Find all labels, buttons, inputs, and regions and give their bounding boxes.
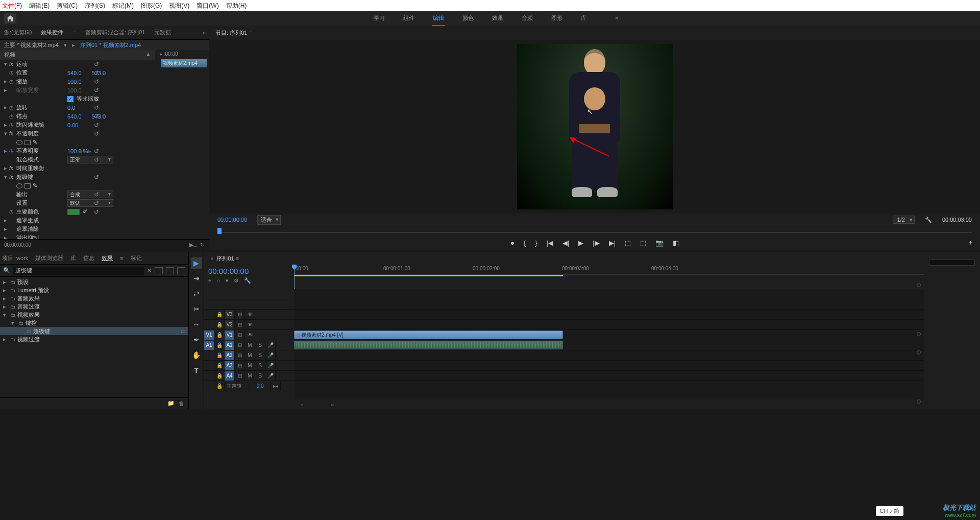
- fx-time-remap[interactable]: 时间重映射: [16, 164, 67, 172]
- slip-tool-icon[interactable]: ↔: [191, 319, 202, 330]
- chevron-icon[interactable]: [11, 320, 16, 326]
- tab-effects[interactable]: 效果: [102, 254, 113, 262]
- stopwatch-icon[interactable]: ◷: [9, 79, 16, 84]
- reset-icon[interactable]: ↺: [94, 96, 99, 103]
- chevron-down-icon[interactable]: ▾: [4, 61, 9, 67]
- folder-键控[interactable]: 🗀键控: [0, 319, 188, 327]
- track-select-tool-icon[interactable]: ⇥: [191, 273, 202, 284]
- blend-mode-select[interactable]: 正常: [67, 156, 113, 163]
- filter-badge-3[interactable]: [177, 267, 185, 274]
- chevron-right-icon[interactable]: ▸: [4, 104, 9, 111]
- solo-icon[interactable]: S: [255, 361, 265, 370]
- video-track-header[interactable]: V1🔒V1⊟👁: [204, 330, 294, 340]
- chevron-right-icon[interactable]: ▸: [4, 217, 9, 224]
- position-x[interactable]: 540.0: [67, 70, 82, 76]
- mute-icon[interactable]: M: [245, 371, 255, 381]
- selection-tool-icon[interactable]: ▶: [191, 257, 202, 269]
- tab-info[interactable]: 信息: [83, 254, 94, 262]
- reset-icon[interactable]: ↺: [94, 148, 99, 155]
- tab-effect-controls[interactable]: 效果控件: [41, 29, 63, 36]
- ws-graphics[interactable]: 图形: [550, 11, 564, 26]
- fx-motion[interactable]: 运动: [16, 60, 67, 68]
- keyframe-nav[interactable]: ◀ ◆ ▶: [78, 149, 91, 154]
- track-target[interactable]: V3: [225, 310, 235, 319]
- stopwatch-icon[interactable]: ◷: [9, 105, 16, 110]
- expand-icon[interactable]: »: [203, 30, 206, 36]
- collapse-icon[interactable]: ▲: [145, 51, 151, 59]
- folder-预设[interactable]: 🗀预设: [0, 278, 188, 286]
- reset-icon[interactable]: ↺: [94, 191, 99, 198]
- lock-icon[interactable]: 🔒: [214, 351, 225, 360]
- prop-matte-clean[interactable]: 遮罩清除: [16, 225, 67, 233]
- loop-icon[interactable]: ↻: [200, 242, 205, 248]
- reset-icon[interactable]: ↺: [94, 122, 99, 129]
- panel-menu-icon[interactable]: ≡: [236, 255, 239, 262]
- breadcrumb-master[interactable]: 主要 * 视频素材2.mp4: [4, 41, 59, 49]
- tab-media-browser[interactable]: 媒体浏览器: [35, 254, 63, 262]
- fx-badge[interactable]: fx: [9, 131, 16, 136]
- ellipse-mask-icon[interactable]: [16, 140, 22, 145]
- solo-icon[interactable]: S: [255, 341, 265, 350]
- sync-lock-icon[interactable]: ⊟: [235, 341, 245, 350]
- lock-icon[interactable]: 🔒: [214, 310, 225, 319]
- timeline-zoom-scroll[interactable]: [300, 402, 920, 406]
- track-target[interactable]: A4: [225, 371, 235, 381]
- effect-tc[interactable]: 00:00:00:00: [4, 242, 31, 248]
- filter-badge-1[interactable]: [155, 267, 163, 274]
- tab-project[interactable]: 项目: work: [2, 254, 28, 262]
- audio-track-lane[interactable]: [294, 371, 924, 381]
- menu-clip[interactable]: 剪辑(C): [57, 2, 78, 10]
- source-patch[interactable]: A1: [204, 341, 214, 350]
- reset-icon[interactable]: ↺: [94, 174, 99, 181]
- new-bin-icon[interactable]: 📁: [167, 400, 175, 407]
- track-target[interactable]: V2: [225, 320, 235, 329]
- step-back-icon[interactable]: ◀|: [562, 239, 569, 247]
- clear-search-icon[interactable]: ✕: [147, 267, 152, 274]
- voice-over-icon[interactable]: 🎤: [265, 341, 276, 350]
- reset-icon[interactable]: ↺: [94, 104, 99, 111]
- chevron-icon[interactable]: [3, 303, 8, 310]
- audio-track-header[interactable]: A1🔒A1⊟MS🎤: [204, 340, 294, 350]
- antiflicker-val[interactable]: 0.00: [67, 122, 78, 128]
- mute-icon[interactable]: M: [245, 351, 255, 360]
- ime-indicator[interactable]: CH ♪ 简: [876, 506, 904, 516]
- ws-effects[interactable]: 效果: [491, 11, 504, 26]
- sync-lock-icon[interactable]: ⊟: [235, 310, 245, 319]
- sync-lock-icon[interactable]: ⊟: [235, 351, 245, 360]
- settings-icon[interactable]: ⚙: [234, 277, 239, 284]
- settings-icon[interactable]: 🔧: [925, 217, 932, 223]
- audio-track-lane[interactable]: [294, 361, 924, 371]
- sync-lock-icon[interactable]: ⊟: [235, 361, 245, 370]
- voice-over-icon[interactable]: 🎤: [265, 371, 276, 381]
- chevron-icon[interactable]: [3, 279, 8, 286]
- pen-tool-icon[interactable]: ✒: [191, 334, 202, 345]
- master-track-header[interactable]: 🔒主声道0.0▸◂: [204, 381, 294, 391]
- tab-library[interactable]: 库: [70, 254, 76, 262]
- step-forward-icon[interactable]: |▶: [593, 239, 599, 247]
- ws-learn[interactable]: 学习: [373, 11, 386, 26]
- track-content[interactable]: fx视频素材2.mp4 [V]: [294, 289, 924, 399]
- stopwatch-icon[interactable]: ◷: [9, 122, 16, 128]
- razor-tool-icon[interactable]: ✂: [191, 303, 202, 315]
- go-to-in-icon[interactable]: |◀: [546, 239, 553, 247]
- lock-icon[interactable]: 🔒: [214, 330, 225, 340]
- lock-icon[interactable]: 🔒: [214, 361, 225, 370]
- fx-badge[interactable]: fx: [9, 61, 16, 67]
- ws-audio[interactable]: 音频: [521, 11, 534, 26]
- chevron-right-icon[interactable]: ▸: [4, 87, 9, 93]
- toggle-output-icon[interactable]: 👁: [245, 310, 255, 319]
- anchor-x[interactable]: 540.0: [67, 113, 82, 120]
- ellipse-mask-icon[interactable]: [16, 183, 22, 188]
- tab-audio-mixer[interactable]: 音频剪辑混合器: 序列01: [85, 29, 145, 36]
- track-target[interactable]: A2: [225, 351, 235, 360]
- video-track-lane[interactable]: fx视频素材2.mp4 [V]: [294, 330, 924, 340]
- tab-source[interactable]: 源:(无剪辑): [4, 29, 32, 36]
- video-track-lane[interactable]: [294, 310, 924, 320]
- menu-window[interactable]: 窗口(W): [197, 2, 218, 10]
- mute-icon[interactable]: M: [245, 361, 255, 370]
- track-target[interactable]: A3: [225, 361, 235, 370]
- sync-lock-icon[interactable]: ⊟: [235, 371, 245, 381]
- prop-matte-gen[interactable]: 遮罩生成: [16, 217, 67, 224]
- stopwatch-icon[interactable]: ◷: [9, 148, 16, 154]
- chevron-right-icon[interactable]: ▸: [4, 226, 9, 232]
